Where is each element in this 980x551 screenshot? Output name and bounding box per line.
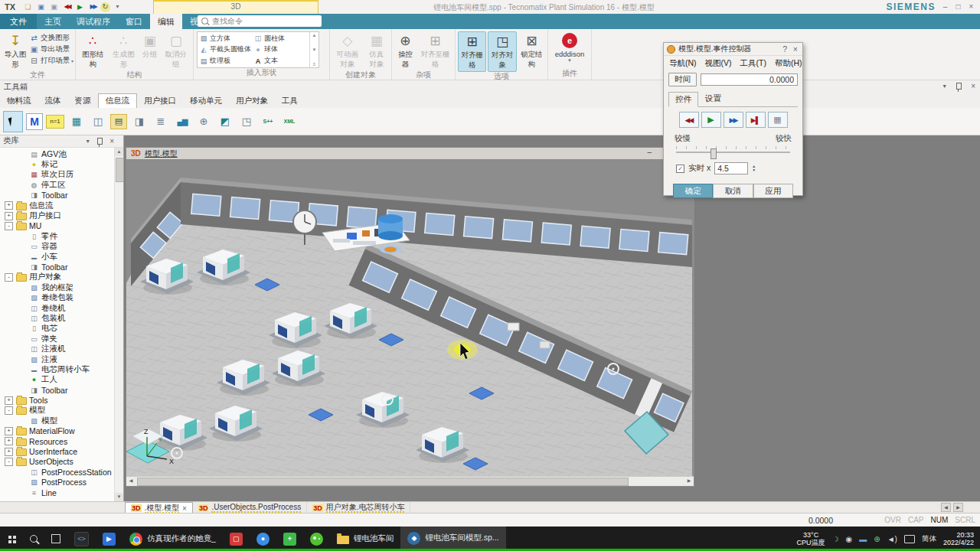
scroll-right-icon[interactable]: ▶ [684, 477, 694, 485]
viewport-titlebar[interactable]: 3D 模型.模型 – [126, 148, 694, 159]
wechat-button[interactable] [303, 527, 330, 550]
task-view-button[interactable] [44, 527, 67, 550]
clock-widget[interactable]: 20:33 2022/4/22 [943, 531, 974, 546]
document-tab[interactable]: 3D .模型.模型 × [125, 502, 193, 514]
apply-button[interactable]: 应用 [753, 184, 793, 198]
start-button[interactable] [0, 527, 23, 550]
tree-item[interactable]: PostProcessStation [0, 467, 123, 477]
dialog-menu-item[interactable]: 帮助(H) [775, 58, 802, 69]
tree-item[interactable]: 容器 [0, 242, 123, 252]
tree-item[interactable]: Toolbar [0, 262, 123, 272]
realtime-checkbox[interactable]: ✓ [676, 165, 684, 173]
save-icon[interactable]: ▣ [35, 2, 47, 12]
code-app-button[interactable]: <> [67, 527, 96, 550]
lock-structure-button[interactable]: ⊠ 锁定结构 [518, 31, 545, 70]
dialog-help-icon[interactable]: ? [782, 44, 787, 54]
sourcecode-tool[interactable]: S++ [259, 112, 277, 132]
tree-item[interactable]: 模型 [0, 416, 123, 425]
tree-expander[interactable]: + [5, 437, 13, 445]
toolbox-tab[interactable]: 信息流 [98, 93, 138, 109]
tree-item[interactable]: + UserInterface [0, 446, 123, 456]
select-cursor-tool[interactable] [3, 111, 23, 132]
toolbox-dropdown-icon[interactable]: ▼ [942, 83, 947, 89]
dialog-tab[interactable]: 设置 [698, 91, 728, 106]
tab-scroll-left-icon[interactable]: ◀ [941, 503, 951, 512]
document-tab[interactable]: 3D 用户对象.电芯周转小车 [307, 502, 410, 514]
dialog-menu-item[interactable]: 导航(N) [669, 58, 697, 69]
tablefile-tool[interactable]: ▦ [67, 112, 86, 132]
toolbox-tab[interactable]: 工具 [275, 94, 305, 108]
viewport-3d-canvas[interactable]: Z Y X [126, 159, 694, 476]
tree-item[interactable]: 包装机 [0, 313, 123, 323]
tree-item[interactable]: 电芯周转小车 [0, 364, 123, 374]
tray-network-icon[interactable] [904, 535, 915, 543]
tree-item[interactable]: 小车 [0, 252, 123, 262]
tree-item[interactable]: PostProcess [0, 478, 123, 487]
edddison-plugin-button[interactable]: e edddison ▼ [554, 31, 586, 64]
shape-item[interactable]: 球体 [253, 44, 308, 56]
scroll-up-icon[interactable]: ▲ [115, 148, 123, 156]
shape-item[interactable]: 圆柱体 [253, 33, 308, 44]
speed-slider[interactable] [676, 146, 790, 155]
start-simulation-icon[interactable]: ▶ [74, 2, 86, 12]
shape-item[interactable]: 文本 [253, 55, 308, 67]
tree-item[interactable]: 我的框架 [0, 282, 123, 292]
slider-handle[interactable] [710, 148, 717, 159]
menu-tab[interactable]: 主页 [37, 14, 69, 29]
maximize-button[interactable]: □ [952, 1, 964, 12]
cpu-temp-widget[interactable]: 33°C CPU温度 [797, 531, 825, 546]
ok-button[interactable]: 确定 [673, 184, 713, 198]
toolbox-pin-icon[interactable] [956, 83, 962, 90]
tree-item[interactable]: 停工区 [0, 180, 123, 190]
tree-item[interactable]: + 信息流 [0, 201, 123, 210]
input-language-button[interactable]: 简体 [922, 534, 936, 544]
chrome-window-button[interactable]: 仿真现作者的她竟_ [122, 527, 223, 550]
tray-health-icon[interactable]: ⊕ [874, 535, 880, 543]
tree-item[interactable]: + 用户接口 [0, 210, 123, 220]
play-button[interactable]: ▶ [701, 112, 721, 128]
dialog-close-icon[interactable]: × [793, 44, 798, 54]
tree-item[interactable]: Line [0, 487, 123, 497]
xml-tool[interactable]: XML [280, 112, 299, 132]
scroll-up-icon[interactable]: ▲ [312, 33, 317, 37]
shape-item[interactable]: 平截头圆锥体 [199, 44, 253, 56]
stackfile-tool[interactable]: ▤ [110, 114, 127, 129]
fast-forward-button[interactable]: ▶▶ [724, 112, 743, 128]
tree-item[interactable]: 卷绕包装 [0, 292, 123, 302]
reset-model-icon[interactable]: ↻ [100, 2, 110, 12]
tree-expander[interactable]: + [5, 427, 13, 435]
tray-app-icon[interactable]: ▬ [859, 535, 867, 543]
tree-item[interactable]: 标记 [0, 159, 123, 169]
media-app-button[interactable]: ▶ [96, 527, 122, 550]
viewport-hscroll-thumb[interactable] [137, 478, 629, 486]
scroll-more-icon[interactable]: ≡ [313, 62, 316, 67]
tray-volume-icon[interactable]: ◄) [887, 535, 897, 543]
folder-window-button[interactable]: 锂电池车间 [330, 527, 401, 550]
import-graphics-button[interactable]: ↧ 导入图形 [2, 31, 28, 70]
exchange-graphics-button[interactable]: ⇄交换图形 [29, 32, 74, 44]
quick-access-dropdown-icon[interactable]: ▼ [112, 2, 123, 12]
tree-item[interactable]: 电芯 [0, 324, 123, 334]
close-button[interactable]: × [965, 1, 977, 12]
tree-dropdown-icon[interactable]: ▼ [85, 139, 90, 144]
toolbox-tab[interactable]: 移动单元 [183, 94, 229, 108]
tree-item[interactable]: + Tools [0, 395, 123, 405]
plantsim-window-button[interactable]: ◆ 锂电池车间模型.sp... [400, 527, 505, 551]
command-search-box[interactable]: 查找命令 [198, 15, 322, 27]
tree-close-icon[interactable]: × [109, 137, 114, 145]
tree-item[interactable]: 卷绕机 [0, 303, 123, 313]
step-button[interactable]: ▶▌ [746, 112, 766, 128]
tray-night-mode-icon[interactable]: ☽ [832, 535, 839, 543]
open-model-icon[interactable]: ❏ [22, 2, 34, 12]
align-objects-toggle[interactable]: ◳ 对齐对象 [488, 31, 516, 72]
tree-item[interactable]: 注液 [0, 354, 123, 364]
viewport-hscrollbar[interactable]: ◀ ▶ [126, 476, 694, 486]
toolbox-close-icon[interactable]: × [971, 82, 975, 90]
tree-item[interactable]: AGV池 [0, 149, 123, 159]
tree-item[interactable]: 工人 [0, 375, 123, 385]
tree-item[interactable]: Toolbar [0, 385, 123, 395]
realtime-spinner[interactable]: ▲▼ [752, 165, 756, 172]
tree-expander[interactable]: - [5, 222, 13, 230]
save-as-icon[interactable]: ▣ [48, 2, 60, 12]
dialog-menu-item[interactable]: 视图(V) [705, 58, 732, 69]
